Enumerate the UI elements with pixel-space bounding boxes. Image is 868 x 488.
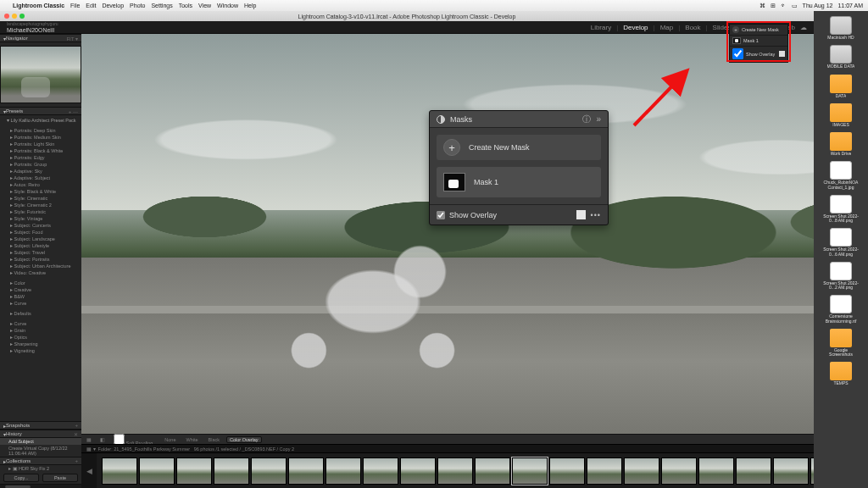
- desktop-item[interactable]: Screen Shot 2022-0...2 AM.png: [822, 262, 860, 291]
- filmstrip-thumb[interactable]: [475, 458, 510, 485]
- preset-item[interactable]: ▸ Subject: Concerts: [0, 222, 81, 229]
- overlay-option[interactable]: White: [182, 436, 201, 443]
- window-minimize-button[interactable]: [12, 14, 17, 19]
- masks-panel-header[interactable]: Masks ⓘ »: [430, 111, 608, 128]
- masks-panel[interactable]: Masks ⓘ » + Create New Mask Mask 1 Show …: [429, 110, 609, 225]
- window-close-button[interactable]: [4, 14, 9, 19]
- filmstrip-thumb[interactable]: [624, 458, 659, 485]
- preset-item[interactable]: ▸ Creative: [0, 286, 81, 293]
- identity-plate[interactable]: landscapephotographyguru MichaelN20ONeil…: [0, 22, 89, 33]
- preset-item[interactable]: ▸ Curve: [0, 320, 81, 327]
- preset-item[interactable]: ▸ Color: [0, 280, 81, 286]
- paste-button[interactable]: Paste: [42, 474, 78, 482]
- desktop-item[interactable]: Macintosh HD: [822, 16, 860, 40]
- mask-item-1[interactable]: Mask 1: [437, 167, 601, 197]
- module-library[interactable]: Library: [591, 24, 611, 31]
- desktop-item[interactable]: Screen Shot 2022-0...8 AM.png: [822, 195, 860, 224]
- menubar-icon[interactable]: ⌘: [760, 3, 765, 9]
- preset-item[interactable]: ▸ Autos: Retro: [0, 181, 81, 188]
- wifi-icon[interactable]: ᯤ: [781, 3, 787, 8]
- preset-item[interactable]: ▸ Subject: Food: [0, 229, 81, 236]
- mini-create-mask[interactable]: +Create New Mask: [730, 25, 787, 36]
- desktop-item[interactable]: IMAGES: [822, 103, 860, 127]
- window-zoom-button[interactable]: [19, 14, 25, 19]
- collection-item[interactable]: ▸ ▣ HDR Sky Fix 2: [0, 465, 81, 472]
- overlay-option[interactable]: Color Overlay: [226, 436, 262, 443]
- history-item[interactable]: Create Virtual Copy (8/12/22 11:06:44 AM…: [0, 445, 81, 457]
- desktop-item[interactable]: Screen Shot 2022-0...6 AM.png: [822, 228, 860, 257]
- filmstrip-thumb[interactable]: [698, 458, 734, 485]
- preset-item[interactable]: ▸ Portraits: Deep Skin: [0, 127, 81, 134]
- filmstrip-thumb[interactable]: [139, 458, 175, 485]
- filmstrip-thumb[interactable]: [176, 458, 212, 485]
- menu-settings[interactable]: Settings: [151, 3, 172, 8]
- create-new-mask-button[interactable]: + Create New Mask: [437, 135, 601, 160]
- masks-mini-panel[interactable]: +Create New Mask Mask 1 Show Overlay: [729, 24, 788, 63]
- presets-header[interactable]: ▾ Presets+ ⋯: [0, 107, 81, 115]
- overlay-swatch[interactable]: [779, 51, 785, 57]
- preset-item[interactable]: ▸ Style: Futuristic: [0, 208, 81, 215]
- preset-item[interactable]: ▸ Style: Vintage: [0, 215, 81, 222]
- filmstrip-prev-button[interactable]: ◀: [81, 453, 97, 488]
- image-canvas[interactable]: [81, 34, 868, 434]
- menu-tools[interactable]: Tools: [179, 3, 192, 8]
- cloud-sync-icon[interactable]: ☁: [800, 24, 807, 31]
- loupe-view-icon[interactable]: ▦: [86, 437, 92, 442]
- mini-show-overlay[interactable]: Show Overlay: [730, 47, 787, 62]
- menu-view[interactable]: View: [198, 3, 211, 8]
- desktop-item[interactable]: TEMPS: [822, 362, 860, 385]
- preset-item[interactable]: ▸ Defaults: [0, 310, 81, 317]
- before-after-icon[interactable]: ◧: [100, 437, 105, 442]
- preset-item[interactable]: ▸ Portraits: Edgy: [0, 154, 81, 161]
- navigator-header[interactable]: ▾ NavigatorFIT ▾: [0, 34, 81, 42]
- filmstrip-thumb[interactable]: [437, 458, 473, 485]
- preset-item[interactable]: ▸ Subject: Urban Architecture: [0, 263, 81, 269]
- filmstrip-thumb[interactable]: [512, 458, 548, 485]
- preset-item[interactable]: ▸ Subject: Portraits: [0, 256, 81, 263]
- show-overlay-toggle[interactable]: Show Overlay: [437, 211, 497, 219]
- filmstrip-thumb[interactable]: [661, 458, 697, 485]
- overlay-options-icon[interactable]: •••: [591, 211, 601, 219]
- history-item[interactable]: Add Subject: [0, 438, 81, 445]
- preset-item[interactable]: ▸ B&W: [0, 293, 81, 300]
- filmstrip[interactable]: ◀ ▶: [81, 452, 868, 488]
- preset-item[interactable]: ▸ Optics: [0, 334, 81, 341]
- preset-item[interactable]: ▸ Curve: [0, 300, 81, 307]
- copy-button[interactable]: Copy...: [3, 474, 39, 482]
- history-header[interactable]: ▾ History✕: [0, 430, 81, 438]
- preset-item[interactable]: ▸ Style: Black & White: [0, 188, 81, 195]
- help-icon[interactable]: ⓘ: [582, 114, 591, 125]
- window-titlebar[interactable]: Lightroom Catalog-3-v10-v11.lrcat - Adob…: [0, 11, 814, 21]
- snapshots-header[interactable]: ▸ Snapshots+: [0, 421, 81, 430]
- preset-item[interactable]: ▸ Vignetting: [0, 347, 81, 354]
- preset-item[interactable]: ▸ Portraits: Medium Skin: [0, 134, 81, 141]
- module-map[interactable]: Map: [660, 24, 674, 31]
- filmstrip-thumb[interactable]: [288, 458, 324, 485]
- preset-item[interactable]: ▸ Adaptive: Subject: [0, 175, 81, 181]
- preset-item[interactable]: ▸ Subject: Travel: [0, 249, 81, 256]
- filmstrip-thumb[interactable]: [363, 458, 398, 485]
- menu-file[interactable]: File: [70, 3, 80, 8]
- desktop-item[interactable]: Work Drive: [822, 132, 860, 156]
- left-scrollbar[interactable]: [0, 484, 81, 488]
- preset-item[interactable]: ▸ Subject: Landscape: [0, 236, 81, 242]
- preset-item[interactable]: ▸ Style: Cinematic: [0, 195, 81, 202]
- preset-item[interactable]: ▸ Grain: [0, 327, 81, 334]
- desktop-item[interactable]: Chuck_RobinNOA Contact_1.jpg: [822, 161, 860, 190]
- overlay-option[interactable]: None: [161, 436, 179, 443]
- preset-item[interactable]: ▸ Video: Creative: [0, 269, 81, 276]
- desktop-item[interactable]: Google Screenshots: [822, 329, 860, 358]
- menu-edit[interactable]: Edit: [86, 3, 96, 8]
- overlay-option[interactable]: Black: [205, 436, 223, 443]
- menubar-icon[interactable]: ⊞: [771, 3, 776, 9]
- filmstrip-thumb[interactable]: [736, 458, 771, 485]
- filmstrip-thumb[interactable]: [587, 458, 622, 485]
- preset-item[interactable]: ▸ Sharpening: [0, 341, 81, 347]
- filmstrip-thumb[interactable]: [400, 458, 436, 485]
- menubar-date[interactable]: Thu Aug 12: [803, 3, 833, 8]
- module-book[interactable]: Book: [685, 24, 700, 31]
- battery-icon[interactable]: ▭: [792, 3, 798, 9]
- preset-item[interactable]: ▸ Adaptive: Sky: [0, 168, 81, 175]
- overlay-color-swatch[interactable]: [576, 210, 586, 219]
- preset-item[interactable]: ▸ Portraits: Group: [0, 161, 81, 168]
